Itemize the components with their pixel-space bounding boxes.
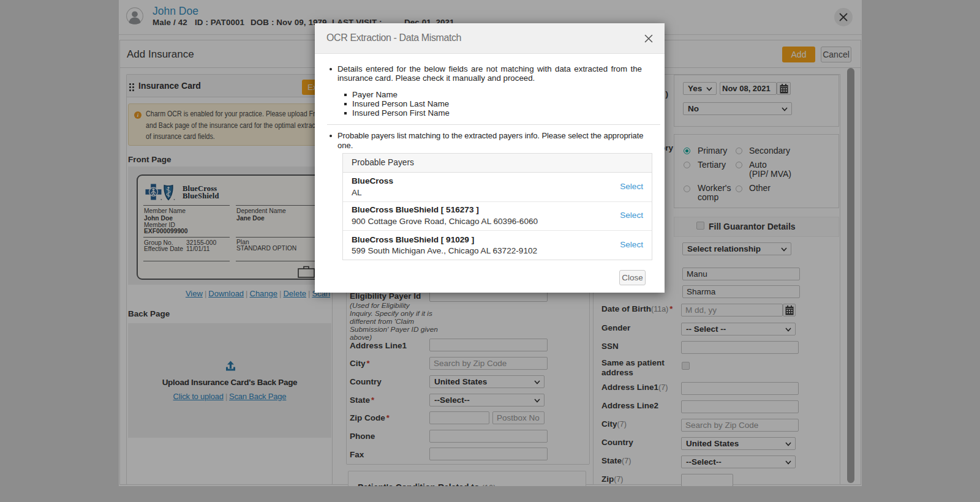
bullet-dot <box>330 68 332 70</box>
ocr-mismatch-modal: OCR Extraction - Data Mismatch Details e… <box>315 23 665 293</box>
probable-payers-intro: Probable payers list matching to the ext… <box>337 131 643 140</box>
payer-detail: AL <box>352 188 362 197</box>
mismatch-paragraph: Details entered for the below fields are… <box>337 64 642 83</box>
modal-header: OCR Extraction - Data Mismatch <box>315 23 665 54</box>
payers-table-header: Probable Payers <box>343 154 652 173</box>
payers-table-header-text: Probable Payers <box>352 158 414 167</box>
mismatch-field: Insured Person Last Name <box>352 99 449 108</box>
modal-title: OCR Extraction - Data Mismatch <box>326 32 461 43</box>
row-divider <box>343 230 652 231</box>
select-payer-link[interactable]: Select <box>620 240 643 249</box>
select-payer-link[interactable]: Select <box>620 211 643 220</box>
bullet-square <box>344 103 347 105</box>
payer-name: BlueCross BlueShield [ 516273 ] <box>352 205 479 214</box>
modal-close-button[interactable] <box>631 23 662 54</box>
row-divider <box>343 201 652 202</box>
bullet-square <box>344 94 347 96</box>
probable-payers-table: Probable Payers BlueCross AL Select Blue… <box>342 153 652 260</box>
payer-name: BlueCross BlueShield [ 91029 ] <box>352 235 474 244</box>
payer-name: BlueCross <box>352 176 393 185</box>
mismatch-field: Insured Person First Name <box>352 108 450 118</box>
modal-close-footer-button[interactable]: Close <box>619 270 646 285</box>
probable-payers-intro2: one. <box>337 141 353 150</box>
payer-detail: 900 Cottage Grove Road, Chicago AL 60396… <box>352 217 538 226</box>
bullet-square <box>344 112 347 114</box>
mismatch-field: Payer Name <box>352 90 398 99</box>
select-payer-link[interactable]: Select <box>620 182 643 191</box>
payer-detail: 599 South Michigan Ave., Chicago AL 6372… <box>352 246 537 255</box>
modal-divider <box>327 124 660 125</box>
close-icon <box>644 34 653 43</box>
bullet-dot <box>330 135 332 137</box>
